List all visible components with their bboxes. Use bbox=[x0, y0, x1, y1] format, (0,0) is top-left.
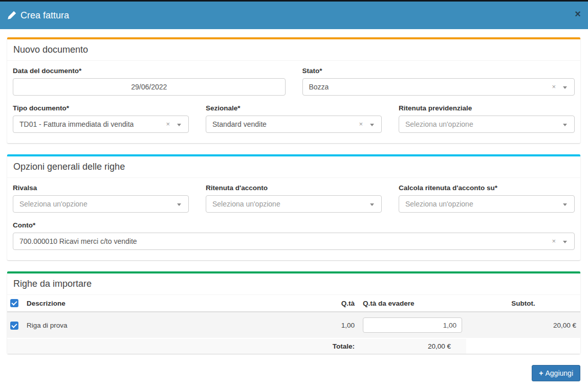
col-header-descrizione: Descrizione bbox=[23, 295, 313, 312]
row-subtot: 20,00 € bbox=[466, 312, 580, 338]
chevron-down-icon bbox=[563, 203, 567, 206]
ritenuta-previdenziale-placeholder: Seleziona un'opzione bbox=[405, 120, 473, 128]
qta-evadere-input[interactable] bbox=[363, 317, 462, 333]
field-label: Data del documento* bbox=[13, 67, 286, 75]
calcola-ritenuta-placeholder: Seleziona un'opzione bbox=[405, 200, 473, 208]
field-label: Stato* bbox=[302, 67, 575, 75]
plus-icon: + bbox=[539, 369, 543, 377]
field-sezionale: Sezionale* Standard vendite × bbox=[206, 104, 382, 133]
section-header: Opzioni generali delle righe bbox=[7, 156, 580, 178]
table-row: Riga di prova 1,00 20,00 € bbox=[7, 312, 580, 338]
righe-table: Descrizione Q.tà Q.tà da evadere Subtot.… bbox=[7, 295, 580, 354]
chevron-down-icon bbox=[177, 124, 181, 126]
field-label: Tipo documento* bbox=[13, 104, 189, 112]
chevron-down-icon bbox=[563, 124, 567, 126]
clear-icon[interactable]: × bbox=[552, 238, 556, 245]
chevron-down-icon bbox=[370, 203, 374, 206]
sezionale-select[interactable]: Standard vendite × bbox=[206, 116, 382, 133]
clear-icon[interactable]: × bbox=[552, 83, 556, 90]
section-header: Nuovo documento bbox=[7, 39, 580, 61]
tipo-documento-select[interactable]: TD01 - Fattura immediata di vendita × bbox=[13, 116, 189, 133]
chevron-down-icon bbox=[370, 124, 374, 126]
calcola-ritenuta-select[interactable]: Seleziona un'opzione bbox=[399, 195, 575, 213]
ritenuta-previdenziale-select[interactable]: Seleziona un'opzione bbox=[399, 116, 575, 133]
chevron-down-icon bbox=[563, 241, 567, 243]
tipo-documento-selected-value: TD01 - Fattura immediata di vendita bbox=[19, 120, 134, 128]
pencil-icon bbox=[8, 11, 16, 19]
modal-header: Crea fattura × bbox=[0, 2, 588, 29]
field-calcola-ritenuta: Calcola ritenuta d'acconto su* Seleziona… bbox=[399, 184, 575, 213]
add-button-label: Aggiungi bbox=[546, 369, 574, 377]
select-all-checkbox[interactable] bbox=[10, 299, 18, 307]
chevron-down-icon bbox=[177, 203, 181, 206]
field-label: Sezionale* bbox=[206, 104, 382, 112]
rivalsa-placeholder: Seleziona un'opzione bbox=[19, 200, 88, 208]
field-rivalsa: Rivalsa Seleziona un'opzione bbox=[13, 184, 189, 213]
data-documento-input[interactable] bbox=[13, 78, 286, 96]
row-qta: 1,00 bbox=[313, 312, 359, 338]
table-header-row: Descrizione Q.tà Q.tà da evadere Subtot. bbox=[7, 295, 580, 312]
modal-title: Crea fattura bbox=[8, 10, 69, 21]
section-righe-da-importare: Righe da importare Descrizione Q.tà Q.tà… bbox=[7, 271, 580, 354]
field-ritenuta-acconto: Ritenuta d'acconto Seleziona un'opzione bbox=[206, 184, 382, 213]
field-label: Calcola ritenuta d'acconto su* bbox=[399, 184, 575, 192]
rivalsa-select[interactable]: Seleziona un'opzione bbox=[13, 195, 189, 213]
stato-select[interactable]: Bozza × bbox=[302, 78, 575, 96]
section-title: Nuovo documento bbox=[13, 44, 574, 55]
row-checkbox[interactable] bbox=[10, 322, 18, 330]
section-title: Opzioni generali delle righe bbox=[13, 162, 574, 172]
modal-body: Nuovo documento Data del documento* Stat… bbox=[0, 29, 588, 354]
totale-value: 20,00 € bbox=[359, 338, 466, 354]
clear-icon[interactable]: × bbox=[166, 121, 170, 128]
chevron-down-icon bbox=[563, 86, 567, 89]
section-opzioni-generali: Opzioni generali delle righe Rivalsa Sel… bbox=[7, 154, 580, 260]
section-header: Righe da importare bbox=[7, 273, 580, 295]
modal-title-text: Crea fattura bbox=[20, 10, 69, 21]
field-label: Ritenuta d'acconto bbox=[206, 184, 382, 192]
clear-icon[interactable]: × bbox=[359, 121, 363, 128]
conto-select[interactable]: 700.000010 Ricavi merci c/to vendite × bbox=[13, 233, 575, 250]
col-header-qta: Q.tà bbox=[313, 295, 359, 312]
totale-label: Totale: bbox=[313, 338, 359, 354]
field-label: Conto* bbox=[13, 221, 575, 229]
stato-selected-value: Bozza bbox=[309, 83, 329, 91]
add-button[interactable]: +Aggiungi bbox=[532, 365, 580, 381]
row-descrizione: Riga di prova bbox=[23, 312, 313, 338]
field-ritenuta-previdenziale: Ritenuta previdenziale Seleziona un'opzi… bbox=[399, 104, 575, 133]
field-tipo-documento: Tipo documento* TD01 - Fattura immediata… bbox=[13, 104, 189, 133]
field-label: Rivalsa bbox=[13, 184, 189, 192]
field-data-documento: Data del documento* bbox=[13, 67, 286, 96]
col-header-qta-evadere: Q.tà da evadere bbox=[359, 295, 466, 312]
section-nuovo-documento: Nuovo documento Data del documento* Stat… bbox=[7, 37, 580, 143]
conto-selected-value: 700.000010 Ricavi merci c/to vendite bbox=[19, 237, 137, 245]
section-title: Righe da importare bbox=[13, 279, 574, 289]
sezionale-selected-value: Standard vendite bbox=[212, 120, 267, 128]
col-header-subtot: Subtot. bbox=[466, 295, 580, 312]
ritenuta-acconto-select[interactable]: Seleziona un'opzione bbox=[206, 195, 382, 213]
field-label: Ritenuta previdenziale bbox=[399, 104, 575, 112]
close-icon[interactable]: × bbox=[575, 9, 581, 19]
field-conto: Conto* 700.000010 Ricavi merci c/to vend… bbox=[13, 221, 575, 250]
modal-footer: +Aggiungi bbox=[0, 365, 588, 389]
ritenuta-acconto-placeholder: Seleziona un'opzione bbox=[212, 200, 280, 208]
field-stato: Stato* Bozza × bbox=[302, 67, 575, 96]
table-footer-row: Totale: 20,00 € bbox=[7, 338, 580, 354]
